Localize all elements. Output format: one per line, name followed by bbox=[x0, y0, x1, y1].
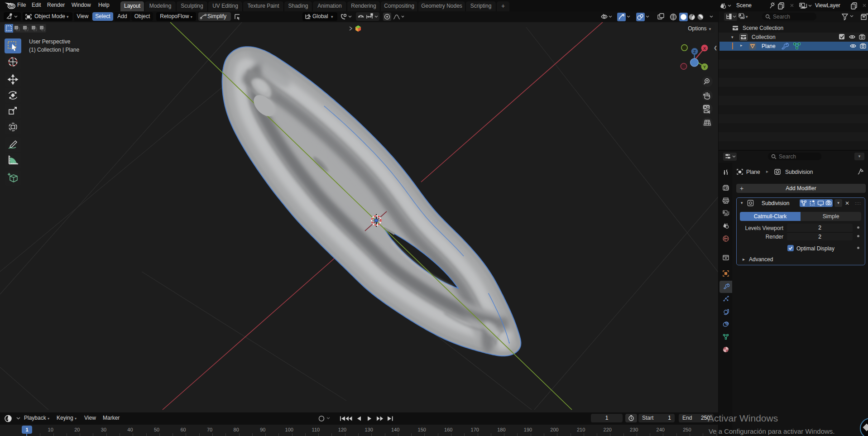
svg-text:Z: Z bbox=[693, 49, 696, 54]
svg-text:X: X bbox=[703, 46, 706, 51]
svg-text:Y: Y bbox=[703, 65, 706, 69]
